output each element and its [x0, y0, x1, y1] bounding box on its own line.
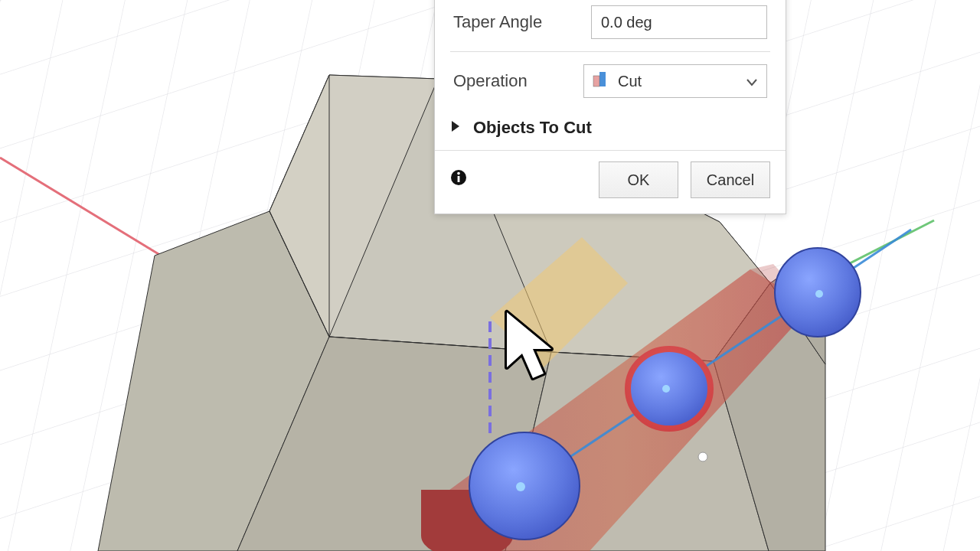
ok-button[interactable]: OK — [599, 161, 678, 198]
operation-select[interactable]: Cut — [583, 64, 767, 98]
cut-icon — [592, 70, 610, 93]
svg-rect-33 — [593, 76, 599, 86]
objects-to-cut-row[interactable]: Objects To Cut — [435, 107, 786, 150]
cancel-button[interactable]: Cancel — [691, 161, 770, 198]
svg-rect-34 — [599, 72, 606, 86]
info-icon[interactable] — [450, 169, 586, 191]
operation-value: Cut — [618, 73, 766, 90]
chevron-down-icon — [746, 71, 757, 91]
manipulator-handle[interactable] — [775, 248, 861, 337]
extrude-dialog: Taper Angle Operation Cut — [434, 0, 786, 214]
taper-angle-row: Taper Angle — [435, 0, 786, 48]
svg-point-26 — [516, 482, 525, 491]
objects-to-cut-label: Objects To Cut — [473, 118, 592, 138]
svg-point-31 — [815, 290, 823, 298]
manipulator-handle-selected[interactable] — [628, 349, 710, 429]
dialog-footer: OK Cancel — [435, 150, 786, 214]
svg-point-38 — [457, 172, 460, 175]
svg-point-29 — [662, 385, 670, 393]
svg-rect-37 — [458, 176, 460, 182]
operation-row: Operation Cut — [435, 52, 786, 107]
node-handle[interactable] — [698, 452, 707, 461]
manipulator-handle[interactable] — [469, 432, 580, 540]
taper-angle-input[interactable] — [591, 5, 767, 39]
operation-label: Operation — [453, 71, 583, 91]
expand-icon — [450, 118, 461, 138]
taper-angle-label: Taper Angle — [453, 12, 591, 32]
